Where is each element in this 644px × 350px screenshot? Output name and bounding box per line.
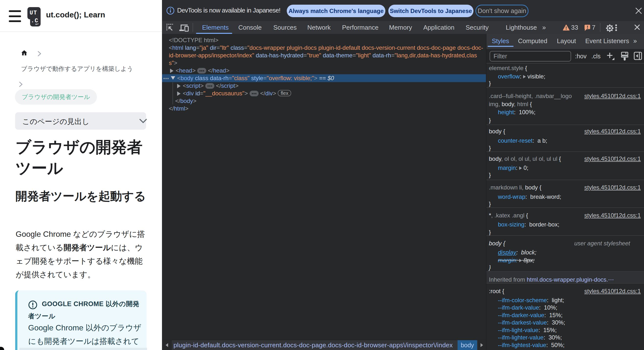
svg-text:UT: UT xyxy=(30,10,38,16)
svg-text:↩: ↩ xyxy=(35,22,38,26)
